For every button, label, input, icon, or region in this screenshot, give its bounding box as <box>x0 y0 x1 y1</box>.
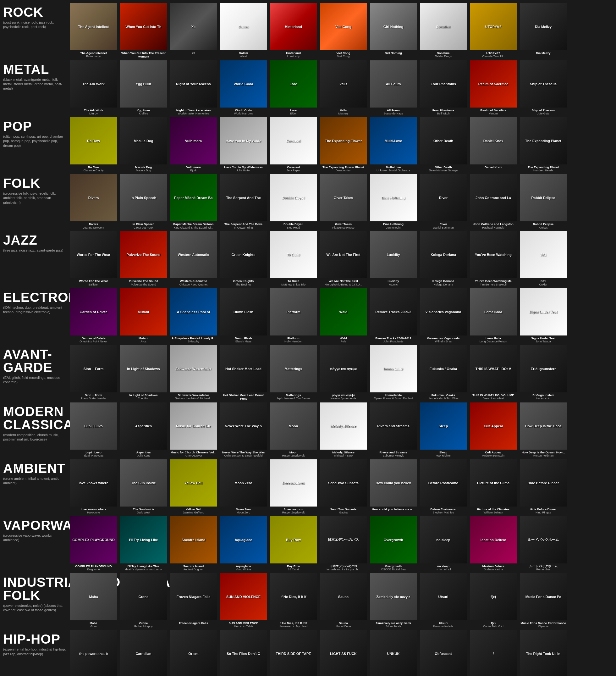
list-item[interactable]: Zamkniely sie oczy zZamkniely sie oczy z… <box>369 573 418 628</box>
list-item[interactable]: no sleepno sleepm i n i e l a l <box>419 516 468 571</box>
list-item[interactable]: VallsVallsMastery <box>319 60 368 115</box>
list-item[interactable]: The Right Took Us InThe Right Took Us In… <box>519 630 568 676</box>
list-item[interactable]: Yellow BellYellow BellJasmine Guffond <box>169 459 218 514</box>
list-item[interactable]: To DukeTo DukeMatthew Shipp Trio <box>269 231 318 286</box>
list-item[interactable]: Moon ZeroMoon ZeroMoon Zero <box>219 459 268 514</box>
list-item[interactable]: Music for Church CleMusic for Church Cle… <box>169 402 218 457</box>
list-item[interactable]: RiverRiverDaniel Bachman <box>419 174 468 229</box>
list-item[interactable]: LIGHT AS FUCKLIGHT AS FUCKDean Blunt <box>319 630 368 676</box>
list-item[interactable]: CroneCroneFather Murphy <box>119 573 168 628</box>
list-item[interactable]: f(x)f(x)Carter Tutti Void <box>469 573 517 628</box>
list-item[interactable]: Paper Mâché Dream BaPaper Mâché Dream Ba… <box>169 174 218 229</box>
list-item[interactable]: Pulverize The SoundPulverize The SoundPu… <box>119 231 168 286</box>
list-item[interactable]: Eine HoffnungEine HoffnungJannerwein <box>369 174 418 229</box>
list-item[interactable]: Multi-LoveMulti-LoveUnknown Mortal Orche… <box>369 117 418 172</box>
list-item[interactable]: GolemGolemWand <box>219 3 268 58</box>
list-item[interactable]: S21S21Cukier <box>519 231 568 286</box>
list-item[interactable]: I'll Try Living LikeI'll Try Living Like… <box>119 516 168 571</box>
list-item[interactable]: In Plain SpeechIn Plain SpeechCircut des… <box>119 174 168 229</box>
list-item[interactable]: Worse For The WearWorse For The WearBall… <box>69 231 118 286</box>
list-item[interactable]: Visionaries VagabondVisionaries Vagabond… <box>419 288 468 343</box>
list-item[interactable]: 日本エデンへのパス日本エデンへのパスInmash and I e I e p a… <box>319 516 368 571</box>
list-item[interactable]: PlatformPlatformHolly Herndon <box>269 288 318 343</box>
list-item[interactable]: Ro RowRo RowClarence Clarity <box>69 117 118 172</box>
list-item[interactable]: Lema IladaLema IladaLong Distance Poison <box>469 288 517 343</box>
list-item[interactable]: Ygg HuurYgg HuurKrallice <box>119 60 168 115</box>
list-item[interactable]: Sinn + FormSinn + FormFrank Bretschneide… <box>69 345 118 401</box>
list-item[interactable]: SneeuwstormSneeuwstormRutger Zuydervelt <box>269 459 318 514</box>
list-item[interactable]: Other DeathOther DeathSean Nicholas Sava… <box>419 117 468 172</box>
list-item[interactable]: Never Were The Way SNever Were The Way S… <box>219 402 268 457</box>
list-item[interactable]: SUN AND VIOLENCESUN AND VIOLENCEHeroin i… <box>219 573 268 628</box>
list-item[interactable]: How Deep Is the OceaHow Deep Is the Ocea… <box>519 402 568 457</box>
list-item[interactable]: Picture of the ClimaPicture of the Clima… <box>469 459 517 514</box>
list-item[interactable]: Realm of SacrificeRealm of SacrificeVanu… <box>469 60 517 115</box>
list-item[interactable]: MahaMahaGrim <box>69 573 118 628</box>
list-item[interactable]: Ship of TheseusShip of TheseusJute Gyte <box>519 60 568 115</box>
list-item[interactable]: CarouselCarouselJery Paper <box>269 117 318 172</box>
list-item[interactable]: The Agent IntellectThe Agent IntellectPr… <box>69 3 118 58</box>
list-item[interactable]: Daniel KnoxDaniel Knox <box>469 117 517 172</box>
list-item[interactable]: The Ark WorkThe Ark WorkLiturgy <box>69 60 118 115</box>
list-item[interactable]: Music For a Dance PeMusic For a Dance Pe… <box>519 573 568 628</box>
list-item[interactable]: Macula DogMacula DogMacula Dog <box>119 117 168 172</box>
list-item[interactable]: The Expanding FlowerThe Expanding Flower… <box>319 117 368 172</box>
list-item[interactable]: We Are Not The FirstWe Are Not The First… <box>319 231 368 286</box>
list-item[interactable]: Socotra IslandSocotra IslandAncient Dogo… <box>169 516 218 571</box>
list-item[interactable]: Viet CongViet CongViet Cong <box>319 3 368 58</box>
list-item[interactable]: //divisor <box>469 630 517 676</box>
list-item[interactable]: the powers that bthe powers that bDeath … <box>69 630 118 676</box>
list-item[interactable]: MatteringsMatteringsJeph Jerman & Tim Ba… <box>269 345 318 401</box>
list-item[interactable]: UNKUKUNKUKBraahambooth <box>369 630 418 676</box>
list-item[interactable]: Cult AppealCult AppealAndrew Bernstein <box>469 402 517 457</box>
list-item[interactable]: AquaglaceAquaglaceYung Whine <box>219 516 268 571</box>
list-item[interactable]: Signs Under TestSigns Under TestJohn Tej… <box>519 288 568 343</box>
list-item[interactable]: Dia MellzyDia Mellzy <box>519 3 568 58</box>
list-item[interactable]: HinterlandHinterlandLoneLady <box>269 3 318 58</box>
list-item[interactable]: When You Cut Into ThWhen You Cut Into Th… <box>119 3 168 58</box>
list-item[interactable]: THIRD SIDE OF TAPETHIRD SIDE OF TAPELil … <box>269 630 318 676</box>
list-item[interactable]: φόγγε και σγέψεφόγγε και σγέψεKwintio Λp… <box>319 345 368 401</box>
list-item[interactable]: If He Dies, If If IfIf He Dies, If If If… <box>269 573 318 628</box>
list-item[interactable]: LucidityLucidityAtomic <box>369 231 418 286</box>
list-item[interactable]: Rabbit EclipseRabbit EclipseKleisys <box>519 174 568 229</box>
list-item[interactable]: So The Flies Don't CSo The Flies Don't C… <box>219 630 268 676</box>
list-item[interactable]: Before RostreamoBefore RostreamoStephen … <box>419 459 468 514</box>
list-item[interactable]: SleepSleepMax Richter <box>419 402 468 457</box>
list-item[interactable]: John Coltrane and LaJohn Coltrane and La… <box>469 174 517 229</box>
list-item[interactable]: AsperitiesAsperitiesJulia Kent <box>119 402 168 457</box>
list-item[interactable]: OvergrowthOvergrowthOSCOB Digital Sea <box>369 516 418 571</box>
list-item[interactable]: UTOPYA?UTOPYA?Olawale Temolillo <box>469 3 517 58</box>
list-item[interactable]: Have You In My WildeHave You In My Wilde… <box>219 117 268 172</box>
list-item[interactable]: Ideation DeluxeIdeation DeluxeGraham Kar… <box>469 516 517 571</box>
list-item[interactable]: WaldWaldPole <box>319 288 368 343</box>
list-item[interactable]: The Expanding PlanetThe Expanding Planet… <box>519 117 568 172</box>
list-item[interactable]: COMPLEX PLAYGROUNDCOMPLEX PLAYGROUNDEnig… <box>69 516 118 571</box>
list-item[interactable]: THIS IS WHAT I DO: VTHIS IS WHAT I DO: V… <box>469 345 517 401</box>
list-item[interactable]: Send Two SunsetsSend Two SunsetsGadna <box>319 459 368 514</box>
list-item[interactable]: Garden of DeleteGarden of DeleteOneohtri… <box>69 288 118 343</box>
list-item[interactable]: love knows wherelove knows whereHakobune <box>69 459 118 514</box>
list-item[interactable]: ErlöugnunsferrErlöugnunsferrtracksuchin <box>519 345 568 401</box>
list-item[interactable]: Kolega DorianaKolega DorianaKolega Doria… <box>419 231 468 286</box>
list-item[interactable]: You've Been WatchingYou've Been Watching… <box>469 231 517 286</box>
list-item[interactable]: ObfuscantObfuscantPhil Minton <box>419 630 468 676</box>
list-item[interactable]: CarnelianCarneliankill the vultures <box>119 630 168 676</box>
list-item[interactable]: The Sun InsideThe Sun InsideDark West <box>119 459 168 514</box>
list-item[interactable]: Melody, SilenceMelody, SilenceMichael Pi… <box>319 402 368 457</box>
list-item[interactable]: The Serpent And The The Serpent And The … <box>219 174 268 229</box>
list-item[interactable]: Fukunka / OsakaFukunka / OsakaJason Kahn… <box>419 345 468 401</box>
list-item[interactable]: Frozen Niagara FallsFrozen Niagara Falls <box>169 573 218 628</box>
list-item[interactable]: UtsuriUtsuriKazuma Kubota <box>419 573 468 628</box>
list-item[interactable]: Girl NothingGirl Nothing <box>369 3 418 58</box>
list-item[interactable]: XeXe <box>169 3 218 58</box>
list-item[interactable]: OrientOrientMilo <box>169 630 218 676</box>
list-item[interactable]: Hot Shaker Meet LeadHot Shaker Meet Lead… <box>219 345 268 401</box>
list-item[interactable]: Night of Your AscensNight of Your Ascens… <box>169 60 218 115</box>
list-item[interactable]: World CodaWorld CodaWorld Narrows <box>219 60 268 115</box>
list-item[interactable]: Remixe Tracks 2009-2Remixe Tracks 2009-2… <box>369 288 418 343</box>
list-item[interactable]: Lupi | LuvoLupi | LuvoTjgair Harovgas <box>69 402 118 457</box>
list-item[interactable]: ルードバックホームルードバックホームRemember <box>519 516 568 571</box>
list-item[interactable]: A Shapeless Pool of A Shapeless Pool of … <box>169 288 218 343</box>
list-item[interactable]: Giver TakesGiver TakesPleasence House <box>319 174 368 229</box>
